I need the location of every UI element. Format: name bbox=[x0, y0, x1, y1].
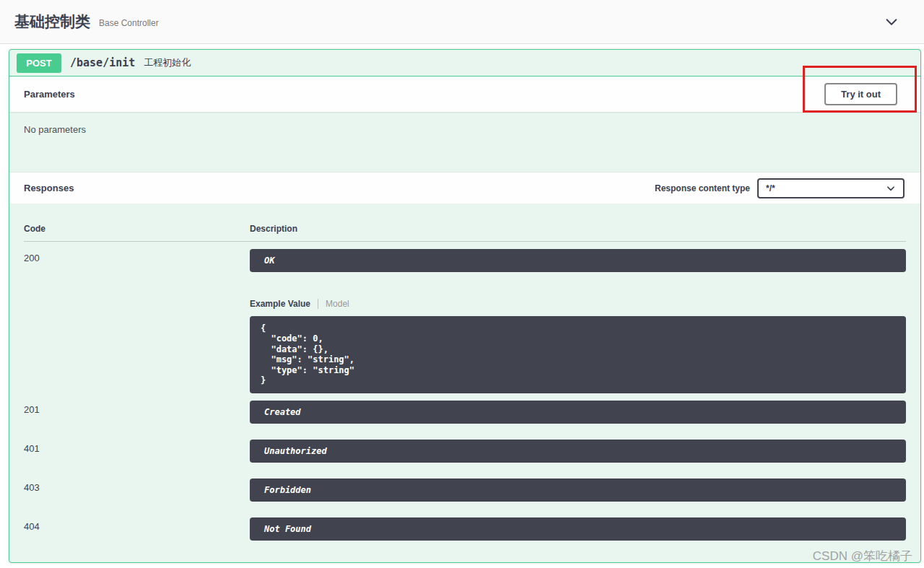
response-description-cell: Forbidden bbox=[250, 479, 906, 502]
endpoint-path-link[interactable]: /base/init bbox=[70, 56, 135, 69]
response-description-bar: OK bbox=[250, 249, 906, 272]
parameters-title: Parameters bbox=[24, 89, 75, 100]
opblock-summary[interactable]: POST /base/init 工程初始化 bbox=[9, 50, 920, 77]
tag-subtitle: Base Controller bbox=[99, 18, 159, 28]
parameters-body: No parameters bbox=[9, 112, 920, 172]
tag-title: 基础控制类 bbox=[14, 12, 90, 32]
response-description-bar: Not Found bbox=[250, 517, 906, 541]
responses-title: Responses bbox=[24, 183, 74, 193]
response-content-type-group: Response content type */* bbox=[655, 178, 905, 198]
tab-model[interactable]: Model bbox=[318, 299, 349, 309]
response-code: 200 bbox=[24, 249, 250, 393]
select-chevron-down-icon bbox=[886, 183, 896, 193]
response-content-type-value: */* bbox=[766, 183, 775, 193]
opblock-post: POST /base/init 工程初始化 Parameters Try it … bbox=[9, 49, 921, 563]
responses-section-header: Responses Response content type */* bbox=[9, 172, 920, 204]
responses-body: Code Description 200 OK Example Value Mo… bbox=[9, 204, 920, 541]
response-content-type-label: Response content type bbox=[655, 183, 750, 193]
example-tabs: Example Value Model bbox=[250, 298, 906, 310]
response-description-cell: Not Found bbox=[250, 517, 906, 541]
response-description-bar: Created bbox=[250, 401, 906, 424]
parameters-section-header: Parameters Try it out bbox=[9, 77, 920, 112]
watermark-text: CSDN @笨吃橘子 bbox=[813, 548, 912, 564]
tab-example-value[interactable]: Example Value bbox=[250, 299, 318, 309]
response-code: 404 bbox=[24, 517, 250, 541]
response-description-bar: Forbidden bbox=[250, 479, 906, 502]
response-row-401: 401 Unauthorized bbox=[24, 440, 906, 463]
response-code: 403 bbox=[24, 479, 250, 502]
response-content-type-select[interactable]: */* bbox=[757, 178, 905, 198]
response-row-201: 201 Created bbox=[24, 401, 906, 424]
code-column-header: Code bbox=[24, 224, 250, 234]
response-code: 401 bbox=[24, 440, 250, 463]
response-description-cell: Created bbox=[250, 401, 906, 424]
example-json-block: { "code": 0, "data": {}, "msg": "string"… bbox=[250, 316, 906, 393]
description-column-header: Description bbox=[250, 224, 906, 234]
responses-table-header: Code Description bbox=[24, 224, 906, 242]
response-row-404: 404 Not Found bbox=[24, 517, 906, 541]
tag-section-header[interactable]: 基础控制类 Base Controller bbox=[0, 0, 924, 44]
response-description-cell: Unauthorized bbox=[250, 440, 906, 463]
http-method-badge: POST bbox=[17, 53, 61, 73]
endpoint-summary: 工程初始化 bbox=[144, 56, 191, 69]
response-code: 201 bbox=[24, 401, 250, 424]
response-row-200: 200 OK Example Value Model { "code": 0, … bbox=[24, 249, 906, 393]
response-description-cell: OK Example Value Model { "code": 0, "dat… bbox=[250, 249, 906, 393]
response-row-403: 403 Forbidden bbox=[24, 479, 906, 502]
chevron-down-icon[interactable] bbox=[884, 14, 899, 30]
response-description-bar: Unauthorized bbox=[250, 440, 906, 463]
no-parameters-message: No parameters bbox=[24, 124, 86, 135]
try-it-out-button[interactable]: Try it out bbox=[824, 83, 897, 105]
